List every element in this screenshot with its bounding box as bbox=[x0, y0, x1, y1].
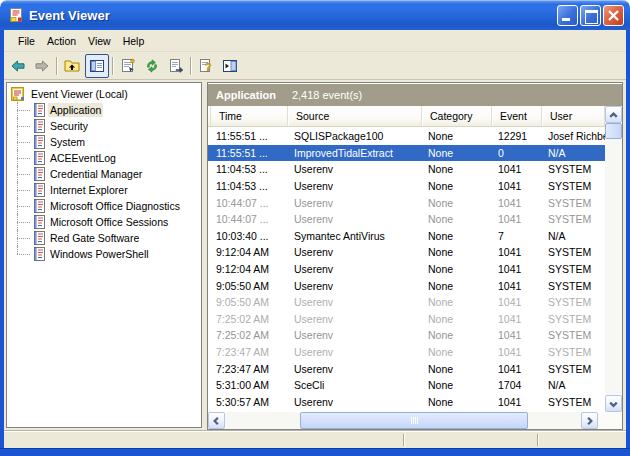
scroll-right-icon bbox=[582, 413, 597, 429]
cell-category: None bbox=[420, 211, 490, 228]
tree-item-windows-powershell[interactable]: Windows PowerShell bbox=[10, 246, 201, 262]
tree-item-application[interactable]: Application bbox=[10, 102, 201, 118]
result-header: Application 2,418 event(s) bbox=[208, 84, 622, 106]
properties-button[interactable] bbox=[117, 55, 139, 77]
maximize-button[interactable] bbox=[580, 5, 601, 26]
tree-item-system[interactable]: System bbox=[10, 134, 201, 150]
window-border-left bbox=[0, 28, 4, 456]
cell-source: SceCli bbox=[286, 377, 420, 394]
refresh-icon bbox=[144, 58, 160, 74]
log-icon bbox=[31, 166, 47, 182]
event-row[interactable]: 9:05:50 AMUserenvNone1041SYSTEM bbox=[208, 294, 605, 311]
vertical-scroll-thumb[interactable] bbox=[605, 123, 622, 139]
cell-source: Userenv bbox=[286, 244, 420, 261]
event-row[interactable]: 10:03:40 ...Symantec AntiVirusNone7N/A bbox=[208, 228, 605, 245]
cell-category: None bbox=[420, 394, 490, 411]
minimize-button[interactable] bbox=[557, 5, 578, 26]
result-panel: Application 2,418 event(s) TimeSourceCat… bbox=[207, 82, 623, 430]
event-row[interactable]: 11:55:51 ...SQLISPackage100None12291Jose… bbox=[208, 128, 605, 145]
tree-item-credential-manager[interactable]: Credential Manager bbox=[10, 166, 201, 182]
result-title: Application bbox=[216, 89, 276, 101]
event-row[interactable]: 11:04:53 ...UserenvNone1041SYSTEM bbox=[208, 161, 605, 178]
cell-time: 9:12:04 AM bbox=[208, 244, 286, 261]
tree-item-microsoft-office-diagnostics[interactable]: Microsoft Office Diagnostics bbox=[10, 198, 201, 214]
event-row[interactable]: 5:30:57 AMUserenvNone1041SYSTEM bbox=[208, 394, 605, 411]
cell-user: SYSTEM bbox=[540, 194, 605, 211]
tree-item-internet-explorer[interactable]: Internet Explorer bbox=[10, 182, 201, 198]
up-one-level-button[interactable] bbox=[61, 55, 83, 77]
cell-time: 9:05:50 AM bbox=[208, 277, 286, 294]
column-header-category[interactable]: Category bbox=[422, 106, 492, 126]
event-row[interactable]: 9:12:04 AMUserenvNone1041SYSTEM bbox=[208, 244, 605, 261]
cell-source: Userenv bbox=[286, 294, 420, 311]
toolbar-separator bbox=[112, 57, 114, 75]
horizontal-scroll-thumb[interactable] bbox=[300, 412, 528, 429]
title-bar[interactable]: Event Viewer bbox=[0, 0, 630, 30]
cell-category: None bbox=[420, 261, 490, 278]
cell-category: None bbox=[420, 194, 490, 211]
show-hide-action-pane-button[interactable] bbox=[219, 55, 241, 77]
cell-category: None bbox=[420, 145, 490, 162]
help-button[interactable] bbox=[195, 55, 217, 77]
column-header-time[interactable]: Time bbox=[210, 106, 288, 126]
scroll-down-button[interactable] bbox=[605, 395, 622, 412]
tree-item-aceeventlog[interactable]: ACEEventLog bbox=[10, 150, 201, 166]
show-hide-console-tree-button[interactable] bbox=[85, 54, 109, 78]
event-row[interactable]: 7:23:47 AMUserenvNone1041SYSTEM bbox=[208, 360, 605, 377]
close-icon bbox=[604, 6, 623, 25]
scroll-right-button[interactable] bbox=[581, 412, 598, 429]
export-list-button[interactable] bbox=[165, 55, 187, 77]
event-row[interactable]: 9:05:50 AMUserenvNone1041SYSTEM bbox=[208, 277, 605, 294]
tree-item-security[interactable]: Security bbox=[10, 118, 201, 134]
scroll-up-button[interactable] bbox=[605, 106, 622, 123]
menu-help[interactable]: Help bbox=[117, 31, 151, 51]
log-icon bbox=[31, 246, 47, 262]
close-button[interactable] bbox=[603, 5, 624, 26]
vertical-scrollbar[interactable] bbox=[605, 106, 622, 412]
cell-source: Userenv bbox=[286, 261, 420, 278]
scroll-left-icon bbox=[209, 413, 224, 429]
show-hide-action-pane-icon bbox=[222, 58, 238, 74]
event-row[interactable]: 10:44:07 ...UserenvNone1041SYSTEM bbox=[208, 211, 605, 228]
column-header-source[interactable]: Source bbox=[288, 106, 422, 126]
scroll-left-button[interactable] bbox=[208, 412, 225, 429]
refresh-button[interactable] bbox=[141, 55, 163, 77]
cell-user: SYSTEM bbox=[540, 394, 605, 411]
menu-file[interactable]: File bbox=[12, 31, 41, 51]
cell-user: SYSTEM bbox=[540, 178, 605, 195]
forward-button[interactable] bbox=[31, 55, 53, 77]
horizontal-scrollbar[interactable] bbox=[208, 412, 598, 429]
cell-category: None bbox=[420, 178, 490, 195]
tree-root-item[interactable]: Event Viewer (Local) bbox=[10, 85, 201, 102]
event-row[interactable]: 9:12:04 AMUserenvNone1041SYSTEM bbox=[208, 261, 605, 278]
cell-time: 7:25:02 AM bbox=[208, 311, 286, 328]
menu-view[interactable]: View bbox=[82, 31, 117, 51]
cell-user: SYSTEM bbox=[540, 161, 605, 178]
cell-category: None bbox=[420, 377, 490, 394]
cell-user: SYSTEM bbox=[540, 360, 605, 377]
event-row[interactable]: 11:55:51 ...ImprovedTidalExtractNone0N/A bbox=[208, 145, 605, 162]
cell-source: SQLISPackage100 bbox=[286, 128, 420, 145]
show-hide-console-tree-icon bbox=[89, 58, 105, 74]
cell-category: None bbox=[420, 311, 490, 328]
app-icon bbox=[8, 7, 24, 23]
tree-item-microsoft-office-sessions[interactable]: Microsoft Office Sessions bbox=[10, 214, 201, 230]
back-icon bbox=[10, 58, 26, 74]
tree-item-red-gate-software[interactable]: Red Gate Software bbox=[10, 230, 201, 246]
event-row[interactable]: 5:31:00 AMSceCliNone1704N/A bbox=[208, 377, 605, 394]
event-row[interactable]: 7:25:02 AMUserenvNone1041SYSTEM bbox=[208, 327, 605, 344]
event-row[interactable]: 7:25:02 AMUserenvNone1041SYSTEM bbox=[208, 311, 605, 328]
cell-event: 1041 bbox=[490, 394, 540, 411]
event-row[interactable]: 10:44:07 ...UserenvNone1041SYSTEM bbox=[208, 194, 605, 211]
cell-source: Symantec AntiVirus bbox=[286, 228, 420, 245]
column-header-user[interactable]: User bbox=[542, 106, 605, 126]
cell-category: None bbox=[420, 128, 490, 145]
cell-event: 1041 bbox=[490, 244, 540, 261]
menu-action[interactable]: Action bbox=[41, 31, 82, 51]
column-header-event[interactable]: Event bbox=[492, 106, 542, 126]
event-row[interactable]: 7:23:47 AMUserenvNone1041SYSTEM bbox=[208, 344, 605, 361]
cell-user: SYSTEM bbox=[540, 261, 605, 278]
event-row[interactable]: 11:04:53 ...UserenvNone1041SYSTEM bbox=[208, 178, 605, 195]
back-button[interactable] bbox=[7, 55, 29, 77]
cell-event: 1041 bbox=[490, 261, 540, 278]
